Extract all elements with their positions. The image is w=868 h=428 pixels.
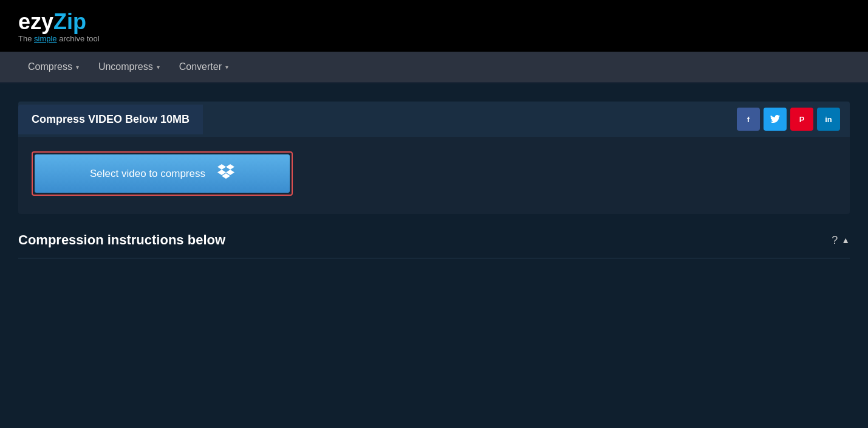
nav-compress-chevron: ▾: [76, 64, 79, 71]
nav-uncompress-chevron: ▾: [157, 64, 160, 71]
social-buttons: f P in: [727, 102, 850, 137]
twitter-icon: [770, 115, 780, 123]
instructions-section: Compression instructions below ? ▲: [18, 232, 850, 258]
select-button-wrapper: Select video to compress: [32, 151, 293, 196]
main-card: Compress VIDEO Below 10MB f P in Select …: [18, 102, 850, 214]
nav-uncompress-label: Uncompress: [98, 61, 153, 72]
nav-converter-chevron: ▾: [225, 64, 228, 71]
help-icon[interactable]: ?: [832, 234, 838, 247]
collapse-icon[interactable]: ▲: [841, 235, 850, 245]
dropbox-svg: [217, 164, 234, 180]
card-title: Compress VIDEO Below 10MB: [18, 105, 203, 134]
navbar: Compress ▾ Uncompress ▾ Converter ▾: [0, 52, 868, 83]
card-header: Compress VIDEO Below 10MB f P in: [18, 102, 850, 137]
pinterest-button[interactable]: P: [790, 108, 813, 131]
linkedin-button[interactable]: in: [817, 108, 840, 131]
card-body: Select video to compress: [18, 137, 850, 214]
tagline-simple: simple: [34, 34, 57, 43]
logo-text: ezyZip: [18, 11, 100, 33]
select-video-button[interactable]: Select video to compress: [35, 154, 290, 193]
main-content: Compress VIDEO Below 10MB f P in Select …: [0, 83, 868, 277]
logo-ezy: ezy: [18, 9, 53, 34]
header: ezyZip The simple archive tool: [0, 0, 868, 52]
instructions-controls: ? ▲: [832, 234, 850, 247]
logo-tagline: The simple archive tool: [18, 34, 100, 43]
logo[interactable]: ezyZip The simple archive tool: [18, 11, 100, 43]
nav-converter[interactable]: Converter ▾: [169, 53, 238, 81]
nav-converter-label: Converter: [179, 61, 222, 72]
dropbox-icon: [217, 164, 234, 183]
nav-uncompress[interactable]: Uncompress ▾: [89, 53, 169, 81]
twitter-button[interactable]: [764, 108, 787, 131]
nav-compress-label: Compress: [28, 61, 72, 72]
tagline-suffix: archive tool: [57, 34, 100, 43]
select-video-label: Select video to compress: [90, 168, 205, 180]
nav-compress[interactable]: Compress ▾: [18, 53, 89, 81]
facebook-button[interactable]: f: [737, 108, 760, 131]
logo-zip: Zip: [53, 9, 86, 34]
instructions-title: Compression instructions below: [18, 232, 225, 248]
tagline-prefix: The: [18, 34, 34, 43]
